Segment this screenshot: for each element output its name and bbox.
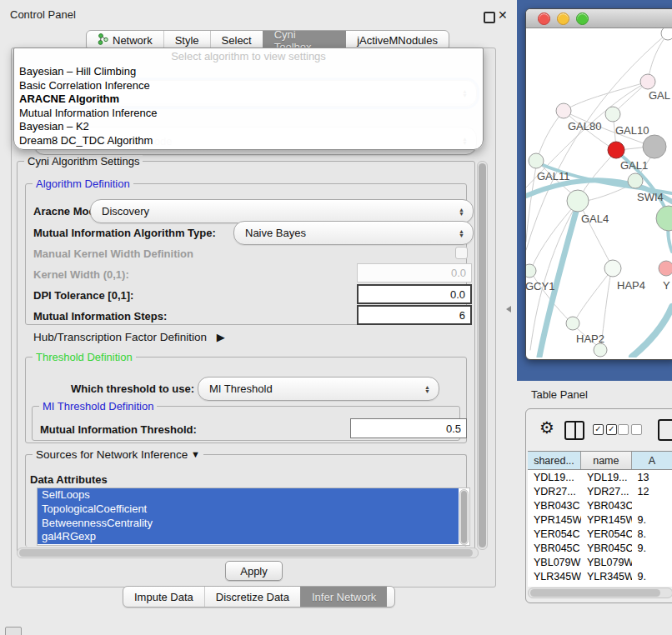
control-panel-title: Control Panel — [10, 8, 76, 21]
manual-kernel-width-label: Manual Kernel Width Definition — [33, 248, 193, 260]
network-edge[interactable] — [575, 268, 613, 320]
network-node-gal80[interactable] — [556, 103, 571, 118]
network-canvas[interactable]: GALGAL80GAL10GAL1GAL11SWI4GAL4GCY1HAP4YH… — [526, 28, 672, 358]
table-row[interactable]: YDL19...YDL19...13 — [528, 470, 672, 484]
table-cell: YBR043C — [528, 498, 581, 512]
close-panel-icon[interactable]: ✕ — [498, 8, 508, 22]
mi-algorithm-type-combobox[interactable]: Naive Bayes ▲▼ — [233, 221, 474, 245]
dpi-tolerance-field[interactable]: 0.0 — [357, 284, 472, 304]
algorithm-option[interactable]: Mutual Information Inference — [14, 107, 483, 121]
network-node-hap4[interactable] — [604, 260, 621, 277]
table-cell: YER054C — [581, 527, 632, 541]
algorithm-popup-items: Bayesian – Hill ClimbingBasic Correlatio… — [14, 65, 483, 148]
hub-definition-expander[interactable]: Hub/Transcription Factor Definition ▶ — [33, 331, 225, 343]
table-row[interactable]: YBL079WYBL079W — [528, 555, 672, 569]
table-column-header[interactable]: A — [632, 452, 672, 469]
network-node[interactable] — [656, 206, 672, 231]
splitter-collapse-icon[interactable] — [506, 306, 511, 312]
mi-steps-label: Mutual Information Steps: — [33, 310, 167, 322]
sources-group-title[interactable]: Sources for Network Inference ▼ — [33, 448, 203, 461]
network-window-titlebar[interactable] — [526, 9, 672, 28]
threshold-definition-title: Threshold Definition — [33, 351, 136, 363]
network-node-label: GCY1 — [526, 280, 554, 292]
table-column-header[interactable]: name — [581, 452, 632, 469]
mi-steps-field[interactable]: 6 — [357, 305, 472, 325]
manual-kernel-width-checkbox[interactable] — [455, 247, 468, 259]
unchecked-checkbox-icon[interactable] — [631, 424, 642, 435]
table-cell: YBR045C — [581, 541, 632, 555]
settings-vertical-scrollbar[interactable] — [477, 161, 488, 550]
which-threshold-combobox[interactable]: MI Threshold ▲▼ — [198, 377, 439, 401]
column-browser-icon[interactable] — [564, 421, 584, 440]
mi-threshold-field[interactable]: 0.5 — [350, 418, 467, 438]
algorithm-option[interactable]: Basic Correlation Inference — [14, 79, 483, 93]
network-node-gal10[interactable] — [605, 107, 620, 122]
network-node-hap2[interactable] — [566, 317, 579, 330]
app-root: Control Panel ✕ NetworkStyleSelectCyni T… — [0, 0, 672, 635]
document-icon[interactable] — [658, 419, 672, 441]
network-node-gal11[interactable] — [529, 153, 544, 168]
window-minimize-icon[interactable] — [557, 12, 569, 25]
network-node-y[interactable] — [659, 261, 672, 276]
hub-definition-label: Hub/Transcription Factor Definition — [33, 331, 207, 343]
data-attributes-list[interactable]: SelfLoopsTopologicalCoefficientBetweenne… — [37, 488, 470, 546]
table-row[interactable]: YIL052CYIL052C9 — [528, 583, 672, 587]
network-node-gcy1[interactable] — [526, 264, 536, 278]
table-row[interactable]: YBR043CYBR043C — [528, 498, 672, 512]
data-attribute-item[interactable]: TopologicalCoefficient — [38, 502, 459, 517]
data-attribute-item[interactable]: BetweennessCentrality — [38, 517, 459, 531]
kernel-width-label: Kernel Width (0,1): — [33, 268, 129, 281]
table-cell: 8. — [632, 527, 672, 541]
tab-infer-network[interactable]: Infer Network — [300, 587, 387, 607]
network-node-gal1[interactable] — [608, 142, 624, 158]
tab-label: Impute Data — [134, 591, 193, 603]
network-node[interactable] — [661, 28, 672, 40]
collapsed-panel-button[interactable] — [5, 627, 22, 635]
apply-button[interactable]: Apply — [225, 561, 283, 581]
table-cell: YPR145W — [528, 512, 581, 527]
tab-discretize-data[interactable]: Discretize Data — [204, 587, 300, 607]
tab-impute-data[interactable]: Impute Data — [123, 587, 204, 607]
kernel-width-field[interactable]: 0.0 — [357, 263, 472, 282]
network-node[interactable] — [594, 343, 607, 357]
tab-label: jActiveMNodules — [357, 34, 438, 47]
gear-icon[interactable]: ⚙ — [539, 419, 554, 436]
algorithm-option[interactable]: Dream8 DC_TDC Algorithm — [14, 134, 483, 148]
algorithm-option[interactable]: Bayesian – K2 — [14, 120, 483, 134]
network-edge[interactable] — [526, 161, 537, 242]
network-node-gal4[interactable] — [567, 190, 589, 212]
algorithm-option[interactable]: Bayesian – Hill Climbing — [14, 65, 483, 79]
table-row[interactable]: YLR345WYLR345W9. — [528, 569, 672, 583]
network-node-swi4[interactable] — [628, 173, 643, 188]
table-row[interactable]: YBR045CYBR045C9. — [528, 541, 672, 555]
unchecked-checkbox-icon[interactable] — [618, 424, 629, 435]
aracne-mode-combobox[interactable]: Discovery ▲▼ — [90, 199, 474, 223]
table-cell: YIL052C — [528, 583, 581, 587]
cyni-bottom-tabbar: Impute DataDiscretize DataInfer Network — [123, 586, 395, 608]
table-column-header[interactable]: shared... — [528, 452, 581, 469]
node-table[interactable]: shared...nameA YDL19...YDL19...13YDR27..… — [528, 451, 672, 587]
window-close-icon[interactable] — [538, 12, 550, 25]
table-row[interactable]: YER054CYER054C8. — [528, 527, 672, 541]
table-cell: 12 — [632, 484, 672, 498]
algorithm-option[interactable]: ARACNE Algorithm — [14, 92, 483, 107]
table-row[interactable]: YPR145WYPR145W9. — [528, 512, 672, 527]
network-edge[interactable] — [632, 307, 672, 357]
float-panel-icon[interactable] — [484, 12, 495, 23]
attributes-vertical-scrollbar[interactable] — [459, 489, 469, 545]
tab-label: Discretize Data — [216, 591, 289, 603]
table-horizontal-scrollbar[interactable] — [528, 588, 672, 598]
checked-checkbox-icon[interactable]: ✓ — [606, 424, 617, 435]
data-attributes-label: Data Attributes — [30, 473, 108, 486]
checked-checkbox-icon[interactable]: ✓ — [593, 424, 604, 435]
table-row[interactable]: YDR27...YDR27...12 — [528, 484, 672, 498]
network-node-gal[interactable] — [640, 74, 655, 89]
data-attribute-item[interactable]: SelfLoops — [38, 488, 459, 502]
table-cell: 9 — [632, 583, 672, 587]
window-zoom-icon[interactable] — [576, 12, 589, 25]
table-cell: YBR045C — [528, 541, 581, 555]
table-cell: YLR345W — [528, 569, 581, 583]
settings-horizontal-scrollbar[interactable] — [17, 548, 479, 558]
network-node[interactable] — [643, 135, 666, 158]
data-attribute-item[interactable]: gal4RGexp — [38, 530, 459, 544]
